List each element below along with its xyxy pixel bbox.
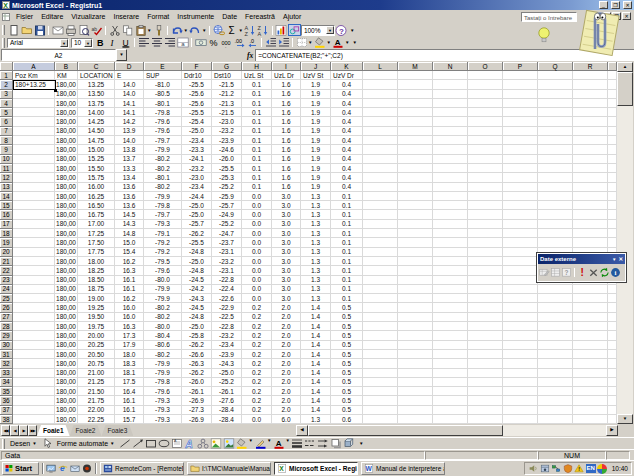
cell-D28[interactable]: 16.3	[115, 322, 144, 331]
cell-S17[interactable]	[608, 220, 617, 229]
cell-B19[interactable]: 180,00	[55, 238, 78, 247]
cell-K38[interactable]: 0.6	[331, 415, 363, 424]
cell-M6[interactable]	[398, 117, 433, 126]
cell-E31[interactable]: -80.2	[144, 350, 182, 359]
cell-K33[interactable]: 0.5	[331, 369, 363, 378]
cell-P1[interactable]	[503, 71, 538, 80]
cell-P9[interactable]	[503, 145, 538, 154]
cell-I28[interactable]: 2.0	[272, 322, 301, 331]
cell-B29[interactable]: 180,00	[55, 331, 78, 340]
cell-H30[interactable]: 0.2	[242, 341, 272, 350]
cell-G24[interactable]: -22.4	[212, 285, 242, 294]
cancel-refresh-icon[interactable]	[588, 267, 599, 279]
cell-S35[interactable]	[608, 387, 617, 396]
cell-I35[interactable]: 2.0	[272, 387, 301, 396]
menu-instrumente[interactable]: Instrumente	[173, 11, 218, 23]
cell-H5[interactable]: 0.1	[242, 108, 272, 117]
cell-N22[interactable]	[433, 266, 468, 275]
cell-M18[interactable]	[398, 229, 433, 238]
cell-A22[interactable]	[13, 266, 55, 275]
cell-L26[interactable]	[363, 303, 398, 312]
cell-E28[interactable]: -80.0	[144, 322, 182, 331]
font-color2-icon[interactable]: A	[272, 438, 285, 450]
cell-E27[interactable]: -80.2	[144, 313, 182, 322]
cell-K1[interactable]: UzV Dr	[331, 71, 363, 80]
insert-function-icon[interactable]: fx	[247, 51, 253, 60]
cell-F30[interactable]: -26.2	[182, 341, 212, 350]
cell-F16[interactable]: -25.0	[182, 210, 212, 219]
cell-M2[interactable]	[398, 80, 433, 89]
cell-P13[interactable]	[503, 183, 538, 192]
fill-color-icon[interactable]	[313, 37, 326, 48]
cell-S38[interactable]	[608, 415, 617, 424]
cell-A4[interactable]	[13, 99, 55, 108]
cell-P14[interactable]	[503, 192, 538, 201]
scroll-left-button[interactable]: ◀	[296, 425, 308, 436]
column-header-K[interactable]: K	[331, 62, 363, 71]
cell-R12[interactable]	[573, 173, 608, 182]
cell-P20[interactable]	[503, 248, 538, 257]
cell-P35[interactable]	[503, 387, 538, 396]
cell-J12[interactable]: 1.9	[301, 173, 331, 182]
cell-N24[interactable]	[433, 285, 468, 294]
cell-E11[interactable]: -80.2	[144, 164, 182, 173]
row-header-16[interactable]: 16	[0, 210, 13, 219]
cell-S36[interactable]	[608, 396, 617, 405]
cell-C4[interactable]: 13.75	[78, 99, 115, 108]
cell-I20[interactable]: 3.0	[272, 248, 301, 257]
cell-G26[interactable]: -22.9	[212, 303, 242, 312]
cell-L4[interactable]	[363, 99, 398, 108]
column-header-C[interactable]: C	[78, 62, 115, 71]
line-style-icon[interactable]	[291, 438, 304, 450]
cell-R29[interactable]	[573, 331, 608, 340]
cell-G14[interactable]: -25.9	[212, 192, 242, 201]
cell-L16[interactable]	[363, 210, 398, 219]
cell-O16[interactable]	[468, 210, 503, 219]
select-objects-icon[interactable]	[41, 438, 54, 450]
cell-Q35[interactable]	[538, 387, 573, 396]
cell-J34[interactable]: 1.4	[301, 378, 331, 387]
start-button[interactable]: Start	[2, 462, 39, 475]
cell-E9[interactable]: -79.9	[144, 145, 182, 154]
hyperlink-icon[interactable]	[212, 24, 225, 36]
cell-J37[interactable]: 1.4	[301, 406, 331, 415]
row-header-2[interactable]: 2	[0, 80, 13, 89]
cell-L31[interactable]	[363, 350, 398, 359]
cell-C14[interactable]: 16.25	[78, 192, 115, 201]
row-header-35[interactable]: 35	[0, 387, 13, 396]
menu-inserare[interactable]: Inserare	[109, 11, 143, 23]
cell-B6[interactable]: 180,00	[55, 117, 78, 126]
cell-J19[interactable]: 1.3	[301, 238, 331, 247]
cell-D8[interactable]: 14.0	[115, 136, 144, 145]
column-header-E[interactable]: E	[144, 62, 182, 71]
cell-O11[interactable]	[468, 164, 503, 173]
cell-B36[interactable]: 180,00	[55, 396, 78, 405]
cell-H4[interactable]: 0.1	[242, 99, 272, 108]
cell-F12[interactable]: -23.0	[182, 173, 212, 182]
cell-O31[interactable]	[468, 350, 503, 359]
cell-H33[interactable]: 0.2	[242, 369, 272, 378]
cell-S26[interactable]	[608, 303, 617, 312]
cell-I15[interactable]: 3.0	[272, 201, 301, 210]
cell-J32[interactable]: 1.4	[301, 359, 331, 368]
cell-A13[interactable]	[13, 183, 55, 192]
cell-C28[interactable]: 19.75	[78, 322, 115, 331]
cell-G35[interactable]: -26.1	[212, 387, 242, 396]
cell-N4[interactable]	[433, 99, 468, 108]
cell-A11[interactable]	[13, 164, 55, 173]
cell-F38[interactable]: -26.9	[182, 415, 212, 424]
comma-icon[interactable]: 000,	[220, 37, 233, 48]
row-header-5[interactable]: 5	[0, 108, 13, 117]
cell-I7[interactable]: 1.6	[272, 127, 301, 136]
cell-A30[interactable]	[13, 341, 55, 350]
cell-Q16[interactable]	[538, 210, 573, 219]
cell-P26[interactable]	[503, 303, 538, 312]
cell-J9[interactable]: 1.9	[301, 145, 331, 154]
cell-M24[interactable]	[398, 285, 433, 294]
row-header-33[interactable]: 33	[0, 369, 13, 378]
cell-A6[interactable]	[13, 117, 55, 126]
taskbar-task-folder[interactable]: I:\TMC\Manuale\Manuale ...	[187, 462, 271, 475]
cell-H18[interactable]: 0.0	[242, 229, 272, 238]
cell-M1[interactable]	[398, 71, 433, 80]
taskbar-task-remotecom[interactable]: RemoteCom - [RemoteDia...	[100, 462, 184, 475]
